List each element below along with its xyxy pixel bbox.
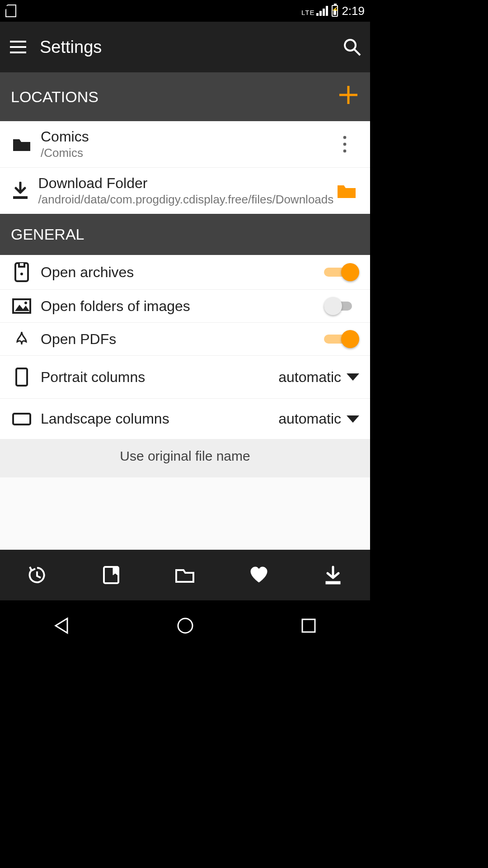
plus-icon xyxy=(338,84,359,106)
lte-indicator: LTE xyxy=(301,6,328,16)
setting-open-pdfs[interactable]: Open PDFs xyxy=(0,323,370,356)
search-button[interactable] xyxy=(341,36,363,58)
svg-point-13 xyxy=(20,273,23,275)
app-bar: Settings xyxy=(0,22,370,72)
section-header-locations: LOCATIONS xyxy=(0,72,370,121)
svg-point-9 xyxy=(343,149,347,153)
nav-recent-button[interactable] xyxy=(294,611,323,640)
svg-point-3 xyxy=(345,40,356,51)
nav-home-button[interactable] xyxy=(171,611,200,640)
page-title: Settings xyxy=(40,38,341,57)
open-archives-label: Open archives xyxy=(41,264,324,281)
tab-library[interactable] xyxy=(148,550,222,600)
download-folder-title: Download Folder xyxy=(38,175,334,192)
svg-point-16 xyxy=(24,302,27,304)
comics-more-button[interactable] xyxy=(330,135,359,153)
library-folder-icon xyxy=(174,566,195,584)
sd-card-icon xyxy=(5,5,16,17)
setting-portrait-columns[interactable]: Portrait columns automatic xyxy=(0,356,370,399)
heart-icon xyxy=(249,566,269,584)
svg-rect-20 xyxy=(326,581,340,584)
settings-content: LOCATIONS Comics /Comics Downlo xyxy=(0,72,370,550)
landscape-icon xyxy=(11,412,33,426)
section-header-general: GENERAL xyxy=(0,214,370,255)
svg-rect-23 xyxy=(302,619,315,632)
system-nav-bar xyxy=(0,600,370,651)
archive-icon xyxy=(11,262,33,282)
back-icon xyxy=(52,616,72,636)
svg-marker-15 xyxy=(15,305,29,311)
portrait-columns-label: Portrait columns xyxy=(41,369,278,386)
bookmark-icon xyxy=(102,565,120,585)
section-general-label: GENERAL xyxy=(11,226,84,243)
svg-rect-12 xyxy=(19,262,24,267)
svg-marker-21 xyxy=(56,618,67,633)
comics-title: Comics xyxy=(41,128,330,145)
search-icon xyxy=(343,38,361,56)
setting-landscape-columns[interactable]: Landscape columns automatic xyxy=(0,399,370,439)
open-folders-label: Open folders of images xyxy=(41,298,324,315)
nav-back-button[interactable] xyxy=(47,611,76,640)
more-vert-icon xyxy=(343,135,347,153)
tab-downloads[interactable] xyxy=(296,550,370,600)
setting-original-filename[interactable]: Use original file name xyxy=(0,439,370,477)
add-location-button[interactable] xyxy=(338,84,359,109)
home-icon xyxy=(176,617,194,635)
pdf-icon xyxy=(11,330,33,348)
svg-rect-17 xyxy=(16,368,27,386)
svg-rect-10 xyxy=(13,196,28,199)
section-locations-label: LOCATIONS xyxy=(11,88,99,106)
landscape-columns-value: automatic xyxy=(278,410,341,427)
battery-icon: ⚡ xyxy=(332,5,338,17)
status-bar: LTE ⚡ 2:19 xyxy=(0,0,370,22)
setting-open-folders[interactable]: Open folders of images xyxy=(0,290,370,323)
location-item-comics[interactable]: Comics /Comics xyxy=(0,121,370,168)
open-folders-toggle[interactable] xyxy=(324,297,359,315)
network-label: LTE xyxy=(301,9,314,16)
tab-history[interactable] xyxy=(0,550,74,600)
chevron-down-icon xyxy=(347,373,359,381)
recent-apps-icon xyxy=(300,618,317,634)
open-pdfs-toggle[interactable] xyxy=(324,330,359,348)
download-folder-path: /android/data/com.progdigy.cdisplay.free… xyxy=(38,193,334,207)
landscape-columns-label: Landscape columns xyxy=(41,410,278,427)
svg-line-4 xyxy=(354,49,360,55)
svg-point-7 xyxy=(343,136,347,139)
open-pdfs-label: Open PDFs xyxy=(41,331,324,348)
tab-favorites[interactable] xyxy=(222,550,296,600)
svg-point-22 xyxy=(178,618,192,633)
portrait-icon xyxy=(11,368,33,387)
image-icon xyxy=(11,298,33,314)
portrait-columns-value: automatic xyxy=(278,369,341,386)
comics-path: /Comics xyxy=(41,146,330,160)
open-archives-toggle[interactable] xyxy=(324,263,359,281)
setting-open-archives[interactable]: Open archives xyxy=(0,255,370,290)
menu-icon xyxy=(10,41,26,53)
open-download-folder-button[interactable] xyxy=(333,183,359,199)
history-icon xyxy=(27,565,47,585)
svg-point-8 xyxy=(343,142,347,146)
download-folder-item[interactable]: Download Folder /android/data/com.progdi… xyxy=(0,168,370,214)
tab-reading[interactable] xyxy=(74,550,148,600)
original-filename-label: Use original file name xyxy=(120,448,250,463)
download-icon xyxy=(11,182,30,200)
signal-icon xyxy=(316,6,328,16)
folder-icon xyxy=(11,137,33,152)
bottom-tab-bar xyxy=(0,550,370,600)
chevron-down-icon xyxy=(347,415,359,423)
downloads-icon xyxy=(324,565,342,585)
folder-open-icon xyxy=(337,183,357,199)
status-clock: 2:19 xyxy=(342,4,365,18)
svg-rect-18 xyxy=(13,414,30,425)
menu-button[interactable] xyxy=(7,36,29,58)
